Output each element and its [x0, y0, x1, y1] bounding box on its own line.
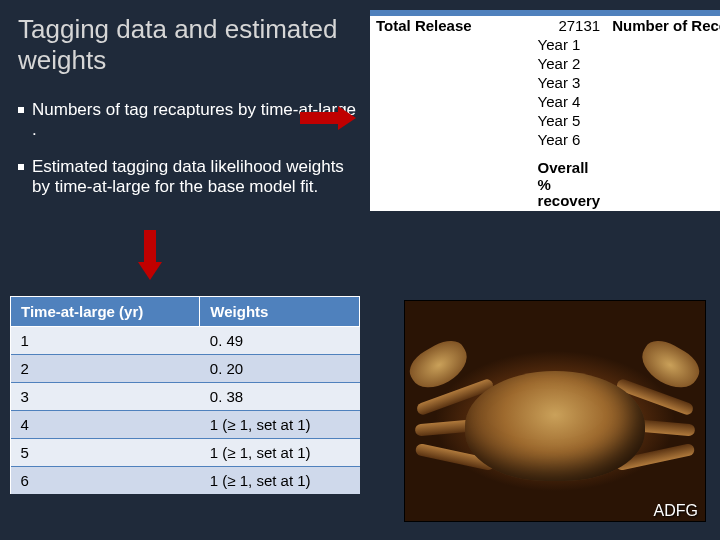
- weights-time: 6: [11, 467, 200, 495]
- overall-recovery-label: Overall % recovery: [478, 159, 607, 211]
- recovery-year-label: Year 1: [478, 35, 607, 54]
- recovery-table: Total Release 27131 Number of Recoveries…: [370, 10, 720, 211]
- recovery-year-value: 491: [606, 54, 720, 73]
- bullet-weights: Estimated tagging data likelihood weight…: [18, 157, 358, 196]
- recovery-year-label: Year 3: [478, 73, 607, 92]
- weights-value: 0. 49: [200, 327, 360, 355]
- table-row: 30. 38: [11, 383, 360, 411]
- table-row: Overall % recovery 6. 33: [370, 159, 720, 211]
- recovery-col2-header: Number of Recoveries by Year: [606, 16, 720, 35]
- recovery-year-value: 936: [606, 35, 720, 54]
- crab-image: [404, 300, 706, 522]
- table-row: 20. 20: [11, 355, 360, 383]
- table-row: Year 3214: [370, 73, 720, 92]
- table-row: Year 2491: [370, 54, 720, 73]
- table-row: Year 1936: [370, 35, 720, 54]
- recovery-year-value: 214: [606, 73, 720, 92]
- table-row: 41 (≥ 1, set at 1): [11, 411, 360, 439]
- weights-time: 2: [11, 355, 200, 383]
- recovery-year-label: Year 2: [478, 54, 607, 73]
- page-title: Tagging data and estimated weights: [18, 14, 338, 76]
- weights-time: 4: [11, 411, 200, 439]
- weights-value: 1 (≥ 1, set at 1): [200, 439, 360, 467]
- table-row: Year 513: [370, 111, 720, 130]
- table-row: Year 612: [370, 130, 720, 149]
- recovery-year-label: Year 6: [478, 130, 607, 149]
- weights-header-weights: Weights: [200, 297, 360, 327]
- weights-time: 5: [11, 439, 200, 467]
- recovery-year-value: 51: [606, 92, 720, 111]
- weights-time: 1: [11, 327, 200, 355]
- weights-time: 3: [11, 383, 200, 411]
- table-row: 61 (≥ 1, set at 1): [11, 467, 360, 495]
- image-credit: ADFG: [654, 502, 698, 520]
- recovery-year-value: 13: [606, 111, 720, 130]
- recovery-release-label: Total Release: [370, 16, 478, 35]
- table-row: 10. 49: [11, 327, 360, 355]
- weights-value: 1 (≥ 1, set at 1): [200, 411, 360, 439]
- recovery-release-value: 27131: [478, 16, 607, 35]
- weights-header-time: Time-at-large (yr): [11, 297, 200, 327]
- overall-recovery-value: 6. 33: [606, 159, 720, 211]
- table-row: 51 (≥ 1, set at 1): [11, 439, 360, 467]
- recovery-year-value: 12: [606, 130, 720, 149]
- table-row: Year 451: [370, 92, 720, 111]
- recovery-year-label: Year 5: [478, 111, 607, 130]
- weights-value: 1 (≥ 1, set at 1): [200, 467, 360, 495]
- weights-value: 0. 38: [200, 383, 360, 411]
- recovery-year-label: Year 4: [478, 92, 607, 111]
- weights-table: Time-at-large (yr) Weights 10. 49 20. 20…: [10, 296, 360, 494]
- weights-value: 0. 20: [200, 355, 360, 383]
